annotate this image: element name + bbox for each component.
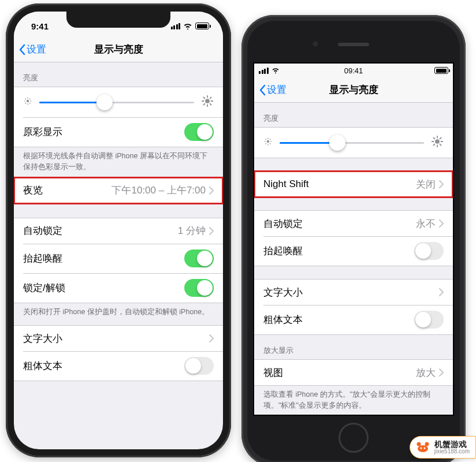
svg-point-27	[435, 139, 440, 144]
lock-footer: 关闭和打开 iPhone 保护盖时，自动锁定和解锁 iPhone。	[14, 303, 223, 322]
raise-to-wake-label: 抬起唤醒	[263, 244, 303, 258]
raise-to-wake-switch[interactable]	[184, 249, 214, 267]
text-size-label: 文字大小	[23, 332, 62, 345]
night-shift-value: 关闭	[416, 178, 436, 191]
auto-lock-value: 1 分钟	[178, 224, 206, 237]
auto-lock-value: 永不	[416, 217, 436, 230]
svg-point-36	[418, 445, 428, 452]
iphone-x-frame: 9:41 设置 显示与亮度 亮度	[6, 3, 231, 457]
zoom-header: 放大显示	[254, 335, 453, 359]
lock-unlock-switch[interactable]	[184, 279, 214, 297]
true-tone-switch[interactable]	[184, 123, 214, 141]
bold-text-switch[interactable]	[184, 357, 214, 375]
back-label: 设置	[27, 43, 46, 56]
auto-lock-row[interactable]: 自动锁定 永不	[254, 211, 453, 236]
chevron-right-icon	[209, 187, 214, 195]
status-right	[171, 21, 210, 31]
sun-small-icon	[23, 96, 32, 109]
bold-text-label: 粗体文本	[263, 313, 303, 326]
sun-small-icon	[263, 137, 273, 149]
svg-line-7	[25, 103, 26, 103]
auto-lock-label: 自动锁定	[23, 224, 62, 237]
auto-lock-row[interactable]: 自动锁定 1 分钟	[14, 218, 223, 244]
brightness-slider-row	[14, 87, 223, 117]
true-tone-footer: 根据环境光线条件自动调整 iPhone 屏幕以在不同环境下保持色彩显示一致。	[14, 147, 223, 177]
chevron-right-icon	[439, 219, 444, 228]
raise-to-wake-switch[interactable]	[414, 242, 444, 260]
iphone-x-screen: 9:41 设置 显示与亮度 亮度	[14, 12, 223, 449]
zoom-footer: 选取查看 iPhone 的方式。"放大"会显示更大的控制项。"标准"会显示更多的…	[254, 386, 453, 416]
svg-line-14	[203, 97, 204, 98]
signal-icon	[171, 23, 181, 29]
brightness-slider[interactable]	[280, 135, 424, 151]
svg-point-39	[420, 448, 422, 449]
zoom-label: 视图	[263, 366, 283, 379]
raise-to-wake-label: 抬起唤醒	[23, 252, 62, 265]
iphone-8-screen: 09:41 设置 显示与亮度 亮度	[253, 62, 454, 416]
brightness-slider-row	[254, 128, 453, 158]
lock-unlock-label: 锁定/解锁	[23, 281, 65, 295]
settings-content[interactable]: 亮度	[14, 62, 223, 381]
nav-bar: 设置 显示与亮度	[254, 77, 453, 103]
text-size-row[interactable]: 文字大小	[14, 326, 223, 351]
text-size-label: 文字大小	[263, 286, 303, 299]
night-shift-row[interactable]: Night Shift 关闭	[254, 172, 453, 197]
svg-line-24	[270, 143, 270, 144]
watermark: 机蟹游戏 jixie5188.com	[410, 436, 476, 459]
crab-icon	[415, 440, 431, 454]
svg-line-15	[210, 103, 211, 105]
svg-line-6	[29, 103, 30, 103]
sun-large-icon	[201, 95, 214, 110]
nav-bar: 设置 显示与亮度	[14, 37, 223, 62]
wifi-icon	[183, 21, 192, 31]
svg-line-23	[266, 139, 266, 139]
speaker	[338, 43, 369, 46]
night-shift-group: Night Shift 关闭	[254, 171, 453, 198]
back-label: 设置	[267, 83, 287, 96]
text-size-row[interactable]: 文字大小	[254, 280, 453, 305]
night-shift-group: 夜览 下午10:00 – 上午7:00	[14, 177, 223, 204]
raise-to-wake-row[interactable]: 抬起唤醒	[254, 236, 453, 266]
lock-unlock-row[interactable]: 锁定/解锁	[14, 273, 223, 303]
home-button[interactable]	[339, 423, 369, 453]
brightness-header: 亮度	[14, 62, 223, 87]
true-tone-label: 原彩显示	[23, 125, 62, 139]
night-shift-row[interactable]: 夜览 下午10:00 – 上午7:00	[14, 178, 223, 203]
notch	[66, 12, 170, 28]
svg-point-9	[205, 99, 210, 103]
status-time: 9:41	[31, 21, 49, 31]
page-title: 显示与亮度	[329, 83, 378, 96]
svg-point-18	[267, 140, 269, 142]
chevron-right-icon	[209, 227, 214, 235]
front-camera	[312, 40, 319, 47]
wifi-icon	[272, 66, 280, 75]
night-shift-label: Night Shift	[263, 178, 308, 190]
back-button[interactable]: 设置	[18, 43, 46, 56]
svg-line-16	[203, 103, 204, 105]
bold-text-row[interactable]: 粗体文本	[14, 351, 223, 381]
zoom-row[interactable]: 视图 放大	[254, 360, 453, 385]
chevron-right-icon	[439, 180, 444, 188]
back-button[interactable]: 设置	[259, 83, 287, 96]
status-time: 09:41	[344, 66, 363, 75]
zoom-value: 放大	[416, 366, 436, 379]
svg-line-17	[210, 97, 211, 98]
night-shift-value: 下午10:00 – 上午7:00	[111, 184, 206, 197]
true-tone-row[interactable]: 原彩显示	[14, 117, 223, 147]
night-shift-label: 夜览	[23, 184, 43, 197]
sun-large-icon	[431, 135, 444, 151]
raise-to-wake-row[interactable]: 抬起唤醒	[14, 244, 223, 273]
svg-line-34	[433, 144, 434, 145]
bold-text-switch[interactable]	[414, 311, 444, 329]
chevron-right-icon	[439, 368, 444, 377]
brightness-header: 亮度	[254, 103, 453, 127]
battery-icon	[434, 67, 448, 74]
settings-content[interactable]: 亮度	[254, 103, 453, 416]
signal-icon	[259, 68, 269, 74]
iphone-8-frame: 09:41 设置 显示与亮度 亮度	[241, 15, 466, 462]
svg-point-40	[423, 448, 425, 449]
svg-point-0	[27, 99, 29, 102]
chevron-right-icon	[439, 288, 444, 296]
bold-text-row[interactable]: 粗体文本	[254, 305, 453, 334]
brightness-slider[interactable]	[39, 94, 194, 110]
